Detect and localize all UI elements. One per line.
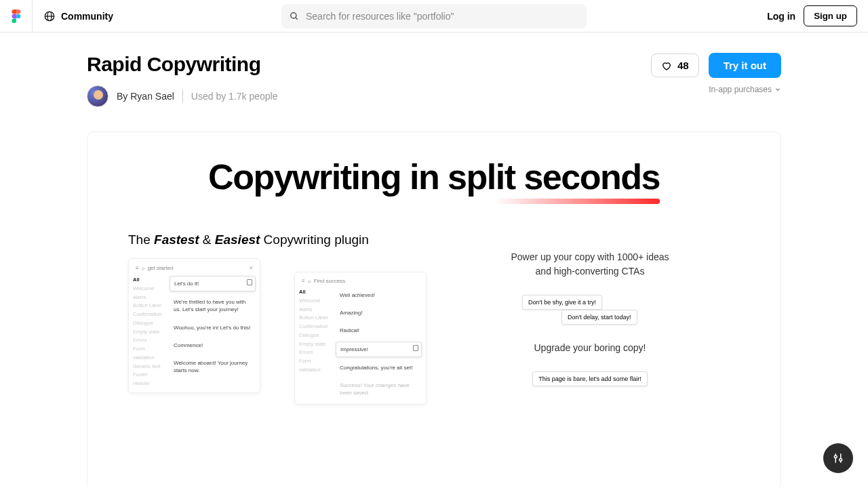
like-button[interactable]: 48 [651,54,699,77]
hero-left: The Fastest & Easiest Copywriting plugin… [128,232,427,405]
sliders-icon [832,452,844,464]
title-right: 48 Try it out In-app purchases [651,53,781,94]
svg-point-4 [291,12,296,18]
mock-row: ≡ ⌕ get started × AllWelcomeAlertsButton… [128,258,427,405]
chevron-down-icon [774,86,781,93]
top-header: Community Log in Sign up [0,0,868,33]
mock1-side: AllWelcomeAlertsButton LabelConfirmation… [133,276,167,388]
auth-group: Log in Sign up [767,5,857,26]
settings-fab[interactable] [823,443,853,473]
hero-right: Power up your copy with 1000+ ideas and … [440,232,740,386]
usage-count: Used by 1.7k people [191,91,278,102]
mock-item: Let's do it! [170,276,256,291]
mock-item: Well achieved! [336,288,422,302]
menu-icon: ≡ [302,278,305,284]
search-wrap [281,4,587,28]
community-link[interactable]: Community [43,10,113,22]
separator [182,90,183,102]
close-icon: × [249,264,253,272]
svg-point-0 [16,14,20,18]
mock-panel-2: ≡ ⌕ Find success AllWelcomeAlertsButton … [294,272,427,405]
chip-1: Don't be shy, give it a try! [522,295,602,310]
mock-panel-1: ≡ ⌕ get started × AllWelcomeAlertsButton… [128,258,260,393]
page-title: Rapid Copywriting [87,53,277,76]
headline-underline [494,199,660,204]
right-text-1: Power up your copy with 1000+ ideas and … [509,250,671,279]
like-count: 48 [677,60,689,71]
mock-item: Amazing! [336,306,422,320]
svg-point-9 [840,458,842,461]
community-label: Community [61,11,113,22]
heart-icon [661,60,672,71]
mock-item: Impressive! [336,342,422,357]
chip-2: Don't delay, start today! [561,310,637,325]
globe-icon [43,10,56,22]
mock-item: We're thrilled to have you with us. Let'… [170,295,256,317]
avatar[interactable] [87,85,108,107]
login-link[interactable]: Log in [767,11,795,22]
mock-item: Welcome aboard! Your journey starts now. [170,356,256,378]
mock-item: Success! Your changes have been saved. [336,378,422,400]
byline: By Ryan Sael Used by 1.7k people [87,85,277,107]
action-row: 48 Try it out [651,53,781,78]
mock-item: Congratulations, you're all set! [336,361,422,375]
author[interactable]: By Ryan Sael [117,91,174,102]
mock1-list: Let's do it!We're thrilled to have you w… [170,276,256,388]
try-button[interactable]: Try it out [709,53,781,78]
right-text-2: Upgrade your boring copy! [534,341,646,355]
search-input[interactable] [281,4,587,28]
chip-3: This page is bare, let's add some flair! [532,371,647,386]
mock-item: Radical! [336,323,422,338]
search-icon: ⌕ [142,265,145,271]
hero-headline: Copywriting in split seconds [208,159,660,195]
mock2-side: AllWelcomeAlertsButton LabelConfirmation… [299,288,333,400]
hero-body: The Fastest & Easiest Copywriting plugin… [101,232,767,405]
svg-line-5 [296,17,298,19]
hero-subtext: The Fastest & Easiest Copywriting plugin [128,232,427,247]
hero-card: Copywriting in split seconds The Fastest… [87,131,781,488]
search-icon [290,12,299,21]
menu-icon: ≡ [136,265,139,271]
figma-logo[interactable] [11,0,33,33]
content: Rapid Copywriting By Ryan Sael Used by 1… [87,33,781,488]
mock-item: Woohoo, you're in! Let's do this! [170,321,256,335]
signup-button[interactable]: Sign up [804,5,857,26]
mock1-search: ≡ ⌕ get started × [133,263,256,273]
iap-dropdown[interactable]: In-app purchases [709,85,781,94]
mock2-list: Well achieved!Amazing!Radical!Impressive… [336,288,422,400]
title-left: Rapid Copywriting By Ryan Sael Used by 1… [87,53,277,107]
title-row: Rapid Copywriting By Ryan Sael Used by 1… [87,53,781,107]
chip-cluster: Don't be shy, give it a try! Don't delay… [522,295,658,325]
mock2-search: ≡ ⌕ Find success [299,277,422,285]
mock-item: Commence! [170,338,256,352]
iap-label: In-app purchases [709,85,772,94]
search-icon: ⌕ [308,278,311,284]
svg-point-8 [834,455,837,458]
